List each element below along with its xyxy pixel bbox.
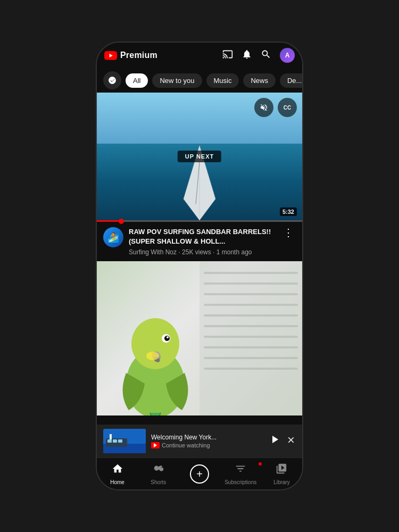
nav-subscriptions[interactable]: Subscriptions xyxy=(220,463,261,485)
svg-point-6 xyxy=(167,336,169,338)
mini-thumb-image xyxy=(103,429,146,453)
youtube-logo-icon xyxy=(104,51,117,60)
more-options-button[interactable]: ⋮ xyxy=(281,227,296,238)
surfer-icon: 🏄 xyxy=(107,231,119,243)
video-player[interactable]: CC UP NEXT 5:32 xyxy=(97,93,302,220)
svg-point-18 xyxy=(155,467,158,470)
nav-home[interactable]: Home xyxy=(97,463,138,485)
shorts-label: Shorts xyxy=(151,479,166,485)
svg-rect-16 xyxy=(118,439,122,443)
header: Premium A xyxy=(97,43,302,68)
mini-yt-play-icon xyxy=(154,443,157,447)
subscriptions-label: Subscriptions xyxy=(225,479,256,485)
blinds xyxy=(200,261,302,380)
mini-player-info: Welcoming New York... Continue watching xyxy=(151,434,263,448)
mini-play-button[interactable] xyxy=(268,433,281,449)
add-button[interactable]: + xyxy=(190,464,209,484)
tab-news[interactable]: News xyxy=(243,73,276,88)
progress-fill xyxy=(97,220,121,222)
tab-music[interactable]: Music xyxy=(206,73,239,88)
nav-add[interactable]: + xyxy=(179,464,220,484)
home-icon xyxy=(112,463,123,478)
video-info: 🏄 RAW POV SURFING SANDBAR BARRELS!! (SUP… xyxy=(97,222,302,261)
shorts-icon xyxy=(153,463,164,478)
cast-icon[interactable] xyxy=(222,49,233,62)
tab-new-to-you[interactable]: New to you xyxy=(152,73,202,88)
subscription-badge xyxy=(258,462,262,466)
mini-close-button[interactable] xyxy=(286,435,296,447)
bottom-nav: Home Shorts + Subscriptions xyxy=(97,458,302,489)
mute-button[interactable] xyxy=(254,98,273,117)
mini-yt-badge xyxy=(151,442,160,448)
svg-rect-15 xyxy=(113,439,117,443)
video-progress-bar[interactable] xyxy=(97,220,302,222)
tab-more[interactable]: De... xyxy=(280,73,302,88)
explore-tab[interactable] xyxy=(103,71,121,89)
channel-avatar[interactable]: 🏄 xyxy=(103,227,123,247)
app-title: Premium xyxy=(120,51,157,60)
screen: Premium A xyxy=(97,43,302,489)
parrot-scene xyxy=(97,261,302,415)
cc-button[interactable]: CC xyxy=(278,98,297,117)
bell-icon[interactable] xyxy=(242,49,252,62)
mini-player-thumbnail xyxy=(103,429,146,453)
mini-player-title: Welcoming New York... xyxy=(151,434,263,441)
nav-library[interactable]: Library xyxy=(261,463,302,485)
phone-frame: Premium A xyxy=(96,41,303,491)
window-bg xyxy=(200,261,302,415)
avatar[interactable]: A xyxy=(280,48,295,63)
mini-continue-row: Continue watching xyxy=(151,442,263,448)
svg-rect-17 xyxy=(110,434,112,439)
video-title[interactable]: RAW POV SURFING SANDBAR BARRELS!! (SUPER… xyxy=(129,227,276,246)
search-icon[interactable] xyxy=(261,49,271,62)
svg-point-3 xyxy=(131,318,179,369)
nav-shorts[interactable]: Shorts xyxy=(138,463,179,485)
parrot-svg xyxy=(113,298,198,415)
mini-continue-text: Continue watching xyxy=(162,442,210,448)
logo-area: Premium xyxy=(104,51,218,60)
mini-player: Welcoming New York... Continue watching xyxy=(97,425,302,458)
subscriptions-icon xyxy=(235,463,246,478)
video-meta: RAW POV SURFING SANDBAR BARRELS!! (SUPER… xyxy=(129,227,276,256)
filter-tabs: All New to you Music News De... xyxy=(97,68,302,93)
video-subtitle: Surfing With Noz · 25K views · 1 month a… xyxy=(129,248,276,256)
svg-rect-14 xyxy=(107,439,112,443)
parrot-video-card[interactable] xyxy=(97,261,302,415)
header-icons: A xyxy=(222,48,295,63)
mini-boat-icon xyxy=(103,429,146,453)
video-controls-top: CC xyxy=(254,98,297,117)
up-next-badge: UP NEXT xyxy=(178,151,221,162)
home-label: Home xyxy=(110,479,124,485)
tab-all[interactable]: All xyxy=(126,73,148,88)
svg-point-7 xyxy=(146,352,159,360)
yt-logo xyxy=(104,51,117,60)
library-label: Library xyxy=(273,479,290,485)
video-duration: 5:32 xyxy=(280,207,297,216)
library-icon xyxy=(276,463,287,478)
